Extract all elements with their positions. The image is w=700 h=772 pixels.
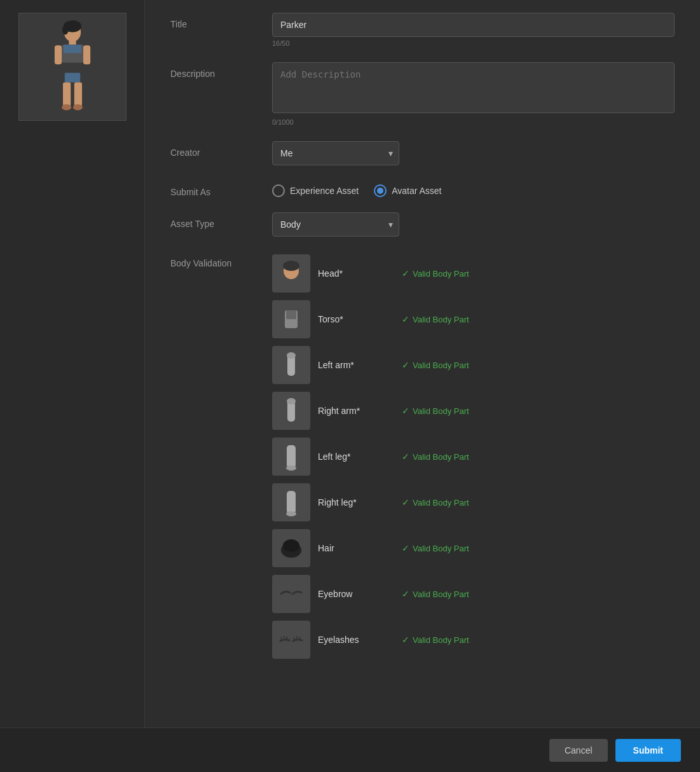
creator-select[interactable]: Me Group <box>272 141 399 165</box>
valid-badge-left-arm: ✓ Valid Body Part <box>402 360 469 370</box>
main-layout: Title 16/50 Description 0/1000 Creator M… <box>0 0 700 727</box>
svg-line-27 <box>281 637 282 640</box>
thumb-right-leg <box>272 483 310 521</box>
svg-point-14 <box>283 261 299 271</box>
radio-experience-label: Experience Asset <box>290 186 359 196</box>
submit-as-label: Submit As <box>170 181 272 197</box>
submit-as-row: Submit As Experience Asset Avatar Asset <box>170 181 675 197</box>
check-icon-hair: ✓ <box>402 543 409 553</box>
validation-item-hair: Hair ✓ Valid Body Part <box>272 527 675 570</box>
thumb-left-leg <box>272 438 310 476</box>
radio-experience-asset[interactable]: Experience Asset <box>272 184 359 197</box>
validation-item-left-leg: Left leg* ✓ Valid Body Part <box>272 435 675 478</box>
creator-select-wrapper: Me Group <box>272 141 399 165</box>
valid-badge-right-leg: ✓ Valid Body Part <box>402 497 469 507</box>
valid-text-right-leg: Valid Body Part <box>413 498 469 507</box>
thumb-head <box>272 254 310 293</box>
validation-item-eyelashes: Eyelashes ✓ Valid Body Part <box>272 618 675 661</box>
asset-type-select-wrapper: Body Head Torso Legs <box>272 212 399 237</box>
check-icon-left-leg: ✓ <box>402 451 409 462</box>
svg-point-20 <box>287 398 296 404</box>
body-part-name-left-arm: Left arm* <box>318 360 394 370</box>
valid-text-head: Valid Body Part <box>413 269 469 279</box>
asset-type-select[interactable]: Body Head Torso Legs <box>272 212 399 237</box>
thumb-left-arm <box>272 346 310 384</box>
body-part-name-right-leg: Right leg* <box>318 497 394 507</box>
svg-rect-7 <box>54 45 61 64</box>
body-validation-control: Head* ✓ Valid Body Part <box>272 252 675 661</box>
svg-point-22 <box>286 465 296 471</box>
check-icon-left-arm: ✓ <box>402 360 409 370</box>
body-validation-row: Body Validation Head* ✓ <box>170 252 675 661</box>
description-char-count: 0/1000 <box>272 118 675 126</box>
svg-point-18 <box>287 352 296 359</box>
cancel-button[interactable]: Cancel <box>549 739 608 762</box>
sidebar <box>0 0 145 727</box>
radio-avatar-label: Avatar Asset <box>392 186 441 196</box>
valid-text-eyebrow: Valid Body Part <box>413 589 469 599</box>
content-area: Title 16/50 Description 0/1000 Creator M… <box>145 0 700 727</box>
svg-line-30 <box>294 637 294 640</box>
thumb-torso <box>272 300 310 338</box>
valid-badge-right-arm: ✓ Valid Body Part <box>402 406 469 416</box>
svg-line-29 <box>287 637 287 639</box>
title-char-count: 16/50 <box>272 39 675 47</box>
submit-button[interactable]: Submit <box>615 739 681 762</box>
creator-label: Creator <box>170 141 272 158</box>
valid-text-torso: Valid Body Part <box>413 315 469 324</box>
description-label: Description <box>170 62 272 79</box>
title-input[interactable] <box>272 13 675 37</box>
radio-avatar-asset[interactable]: Avatar Asset <box>374 184 441 197</box>
thumb-hair <box>272 529 310 567</box>
thumb-eyebrow <box>272 575 310 613</box>
asset-type-label: Asset Type <box>170 212 272 229</box>
thumb-right-arm <box>272 392 310 430</box>
body-part-name-right-arm: Right arm* <box>318 406 394 416</box>
valid-badge-eyebrow: ✓ Valid Body Part <box>402 589 469 599</box>
body-part-name-eyebrow: Eyebrow <box>318 589 394 599</box>
svg-line-32 <box>299 637 300 639</box>
valid-text-right-arm: Valid Body Part <box>413 406 469 416</box>
svg-point-26 <box>283 539 299 552</box>
validation-item-torso: Torso* ✓ Valid Body Part <box>272 298 675 341</box>
svg-point-12 <box>72 104 82 110</box>
submit-as-radio-group: Experience Asset Avatar Asset <box>272 181 675 197</box>
svg-rect-3 <box>69 40 76 45</box>
validation-item-left-arm: Left arm* ✓ Valid Body Part <box>272 343 675 387</box>
validation-item-right-leg: Right leg* ✓ Valid Body Part <box>272 481 675 524</box>
description-input[interactable] <box>272 62 675 113</box>
check-icon-head: ✓ <box>402 268 409 279</box>
body-part-name-hair: Hair <box>318 543 394 553</box>
asset-type-control: Body Head Torso Legs <box>272 212 675 237</box>
title-control: 16/50 <box>272 13 675 47</box>
valid-text-hair: Valid Body Part <box>413 544 469 553</box>
thumb-eyelashes <box>272 621 310 659</box>
validation-item-head: Head* ✓ Valid Body Part <box>272 252 675 295</box>
check-icon-right-leg: ✓ <box>402 497 409 507</box>
asset-type-row: Asset Type Body Head Torso Legs <box>170 212 675 237</box>
valid-badge-head: ✓ Valid Body Part <box>402 268 469 279</box>
check-icon-eyebrow: ✓ <box>402 589 409 599</box>
svg-rect-21 <box>287 445 296 468</box>
creator-row: Creator Me Group <box>170 141 675 165</box>
svg-rect-9 <box>63 82 71 106</box>
valid-text-left-arm: Valid Body Part <box>413 361 469 370</box>
check-icon-right-arm: ✓ <box>402 406 409 416</box>
body-validation-label: Body Validation <box>170 252 272 268</box>
valid-text-eyelashes: Valid Body Part <box>413 635 469 645</box>
validation-list: Head* ✓ Valid Body Part <box>272 252 675 661</box>
valid-badge-left-leg: ✓ Valid Body Part <box>402 451 469 462</box>
validation-item-eyebrow: Eyebrow ✓ Valid Body Part <box>272 572 675 616</box>
description-control: 0/1000 <box>272 62 675 126</box>
radio-avatar-circle <box>374 184 387 197</box>
svg-rect-23 <box>287 491 296 514</box>
valid-badge-hair: ✓ Valid Body Part <box>402 543 469 553</box>
body-part-name-eyelashes: Eyelashes <box>318 635 394 645</box>
radio-experience-circle <box>272 184 285 197</box>
check-icon-eyelashes: ✓ <box>402 635 409 645</box>
submit-as-control: Experience Asset Avatar Asset <box>272 181 675 197</box>
avatar-preview <box>18 13 127 121</box>
svg-rect-16 <box>286 310 296 319</box>
check-icon-torso: ✓ <box>402 314 409 324</box>
validation-item-right-arm: Right arm* ✓ Valid Body Part <box>272 389 675 432</box>
